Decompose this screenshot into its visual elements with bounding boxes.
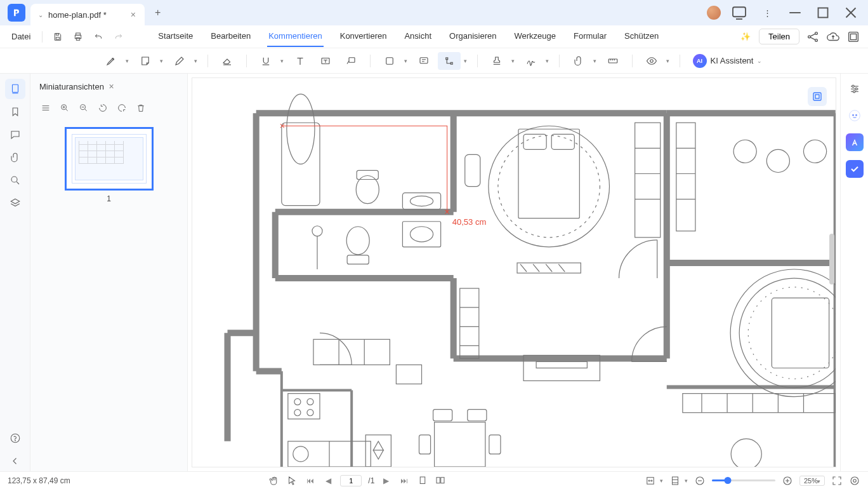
thumb-zoom-out-icon[interactable]	[77, 102, 90, 114]
chevron-down-icon[interactable]: ▾	[279, 58, 286, 64]
tab-konvertieren[interactable]: Konvertieren	[339, 26, 388, 47]
zoom-value[interactable]: 25% ▾	[799, 476, 825, 486]
comments-rail-icon[interactable]	[5, 124, 25, 145]
stamp-icon[interactable]	[485, 52, 508, 70]
screenshot-button[interactable]	[808, 87, 827, 106]
sticky-note-icon[interactable]	[134, 52, 157, 70]
thumb-rotate-right-icon[interactable]	[115, 102, 128, 114]
tab-bearbeiten[interactable]: Bearbeiten	[209, 26, 252, 47]
shape-icon[interactable]	[378, 52, 401, 70]
tab-schuetzen[interactable]: Schützen	[623, 26, 660, 47]
redo-icon[interactable]	[111, 29, 126, 44]
thumb-rotate-left-icon[interactable]	[96, 102, 109, 114]
next-page-button[interactable]: ▶	[381, 475, 391, 486]
svg-point-27	[346, 227, 369, 255]
undo-icon[interactable]	[91, 29, 106, 44]
attachment-icon[interactable]	[567, 52, 590, 70]
chevron-down-icon[interactable]: ▾	[664, 58, 672, 64]
tab-werkzeuge[interactable]: Werkzeuge	[513, 26, 558, 47]
pencil-icon[interactable]	[168, 52, 191, 70]
thumb-list-icon[interactable]	[39, 102, 52, 114]
collapse-rail-icon[interactable]	[5, 451, 25, 471]
chevron-down-icon[interactable]: ▾	[544, 58, 551, 64]
chevron-down-icon[interactable]: ▾	[462, 58, 470, 64]
thumbnail-page-1[interactable]: 1	[37, 127, 181, 203]
close-panel-button[interactable]: ×	[109, 81, 179, 91]
signature-icon[interactable]	[520, 52, 542, 70]
first-page-button[interactable]: ⏮	[304, 475, 317, 486]
bookmark-rail-icon[interactable]	[5, 102, 25, 122]
more-menu-icon[interactable]: ⋮	[758, 3, 777, 22]
ai-text-icon[interactable]	[846, 133, 864, 151]
tab-kommentieren[interactable]: Kommentieren	[267, 26, 324, 47]
user-avatar[interactable]	[707, 6, 721, 20]
zoom-slider[interactable]	[712, 479, 775, 481]
window-maximize-button[interactable]	[813, 3, 832, 22]
page-input[interactable]	[340, 475, 362, 486]
chevron-down-icon[interactable]: ▾	[192, 58, 200, 64]
measure-icon[interactable]	[438, 52, 461, 70]
read-mode-icon[interactable]	[849, 475, 860, 486]
properties-icon[interactable]	[846, 80, 864, 98]
chevron-down-icon[interactable]: ▾	[591, 58, 599, 64]
vertical-scrollbar[interactable]	[829, 234, 834, 285]
zoom-out-button[interactable]	[694, 475, 706, 486]
cloud-upload-icon[interactable]	[826, 30, 840, 44]
save-icon[interactable]	[50, 29, 65, 44]
page-layout-icon[interactable]	[669, 475, 681, 486]
new-tab-button[interactable]: +	[152, 4, 163, 21]
chevron-down-icon[interactable]: ▾	[402, 58, 410, 64]
search-rail-icon[interactable]	[5, 170, 25, 191]
layers-rail-icon[interactable]	[5, 193, 25, 213]
expand-icon[interactable]	[846, 30, 860, 44]
last-page-button[interactable]: ⏭	[398, 475, 411, 486]
document-canvas[interactable]: 40,53 cm	[192, 77, 836, 467]
textbox-icon[interactable]	[314, 52, 337, 70]
hand-tool-icon[interactable]	[268, 475, 280, 486]
thumb-delete-icon[interactable]	[135, 102, 147, 114]
fullscreen-icon[interactable]	[831, 475, 843, 486]
eraser-icon[interactable]	[216, 52, 239, 70]
tab-organisieren[interactable]: Organisieren	[448, 26, 497, 47]
chevron-down-icon[interactable]: ▾	[158, 58, 166, 64]
chevron-down-icon[interactable]: ▾	[510, 58, 517, 64]
chevron-down-icon[interactable]: ▾	[124, 58, 131, 64]
svg-rect-65	[772, 298, 829, 368]
svg-rect-58	[419, 435, 431, 454]
underline-icon[interactable]	[254, 52, 277, 70]
single-page-icon[interactable]	[417, 475, 428, 486]
two-page-icon[interactable]	[435, 475, 446, 486]
callout-icon[interactable]	[339, 52, 362, 70]
thumb-zoom-in-icon[interactable]	[58, 102, 71, 114]
print-icon[interactable]	[70, 29, 86, 44]
tab-ansicht[interactable]: Ansicht	[403, 26, 433, 47]
show-comments-icon[interactable]	[640, 52, 663, 70]
attachments-rail-icon[interactable]	[5, 147, 25, 168]
window-close-button[interactable]	[841, 3, 860, 22]
zoom-in-button[interactable]	[782, 475, 793, 486]
lightbulb-icon[interactable]: ✨	[739, 30, 753, 44]
highlight-icon[interactable]	[100, 52, 122, 70]
thumbnails-rail-icon[interactable]	[5, 79, 25, 99]
share-link-icon[interactable]	[806, 30, 820, 44]
tab-startseite[interactable]: Startseite	[157, 26, 194, 47]
ruler-icon[interactable]	[602, 52, 624, 70]
document-tab[interactable]: ⌄ home-plan.pdf * ×	[30, 4, 145, 25]
feedback-icon[interactable]	[730, 3, 749, 22]
comment-icon[interactable]	[412, 52, 435, 70]
svg-rect-77	[437, 477, 440, 483]
ai-robot-icon[interactable]	[846, 107, 864, 124]
window-minimize-button[interactable]	[786, 3, 805, 22]
text-caret-icon[interactable]	[289, 52, 312, 70]
tab-formular[interactable]: Formular	[572, 26, 608, 47]
tab-close-button[interactable]: ×	[129, 8, 137, 21]
ai-check-icon[interactable]	[846, 160, 864, 178]
ai-assistant-button[interactable]: AI KI Assistent ⌄	[688, 51, 769, 70]
fit-width-icon[interactable]	[645, 475, 656, 486]
file-menu[interactable]: Datei	[8, 29, 34, 44]
select-tool-icon[interactable]	[286, 475, 298, 486]
prev-page-button[interactable]: ◀	[323, 475, 334, 486]
svg-point-72	[853, 91, 855, 93]
help-rail-icon[interactable]	[5, 428, 25, 448]
share-button[interactable]: Teilen	[759, 29, 799, 44]
